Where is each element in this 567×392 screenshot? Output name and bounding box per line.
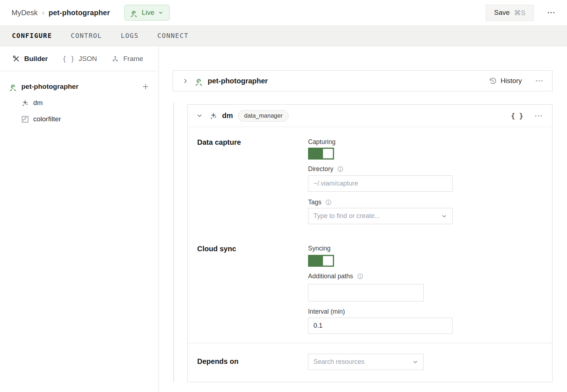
machine-live-icon xyxy=(130,9,138,17)
tab-control[interactable]: CONTROL xyxy=(71,30,102,41)
interval-label: Interval (min) xyxy=(308,308,345,315)
breadcrumb: MyDesk › pet-photographer xyxy=(12,9,110,17)
section-content: Syncing Additional paths Interval (min) xyxy=(308,245,453,334)
machine-card-menu-button[interactable] xyxy=(533,75,545,87)
mode-json-label: JSON xyxy=(79,55,97,63)
chevron-right-icon xyxy=(182,78,189,84)
main-tab-bar: CONFIGURE CONTROL LOGS CONNECT xyxy=(0,25,567,46)
topbar-overflow-menu-button[interactable] xyxy=(545,6,558,19)
directory-info-icon[interactable] xyxy=(337,166,344,173)
history-button-label: History xyxy=(501,77,522,85)
tree-item-dm-label: dm xyxy=(33,99,43,107)
curly-braces-icon: { } xyxy=(62,55,74,63)
chevron-down-icon xyxy=(441,213,447,219)
resource-card-dm: dm data_manager { } Data capture Capturi… xyxy=(187,104,553,382)
history-clock-icon xyxy=(489,77,497,85)
section-content: Capturing Directory Tags xyxy=(308,138,453,224)
tree-item-machine[interactable]: pet-photographer xyxy=(0,80,159,93)
section-label-depends-on: Depends on xyxy=(197,354,308,370)
tab-connect[interactable]: CONNECT xyxy=(157,30,189,41)
section-content: Search resources xyxy=(308,354,424,370)
syncing-label: Syncing xyxy=(308,245,330,252)
section-cloud-sync: Cloud sync Syncing Additional paths xyxy=(188,224,552,334)
transform-steps-icon xyxy=(21,115,29,123)
capturing-toggle[interactable] xyxy=(308,148,334,160)
section-label-data-capture: Data capture xyxy=(197,138,308,224)
save-button[interactable]: Save ⌘S xyxy=(486,5,534,21)
tree-item-machine-label: pet-photographer xyxy=(21,83,78,91)
viam-config-page: MyDesk › pet-photographer Live Save ⌘S xyxy=(0,0,567,392)
ellipsis-icon xyxy=(534,112,543,120)
config-sidebar: Builder { } JSON Frame xyxy=(0,47,159,392)
frame-axes-icon xyxy=(111,55,119,63)
section-label-cloud-sync: Cloud sync xyxy=(197,245,308,334)
resource-name: dm xyxy=(222,112,233,120)
machine-status-dropdown[interactable]: Live xyxy=(124,5,170,21)
sparkles-icon xyxy=(21,99,29,107)
chevron-down-icon xyxy=(412,359,419,365)
interval-input[interactable] xyxy=(308,318,453,334)
tab-logs[interactable]: LOGS xyxy=(121,30,138,41)
view-json-button[interactable]: { } xyxy=(511,112,523,120)
card-connector-line xyxy=(173,103,174,382)
tags-label: Tags xyxy=(308,199,321,206)
add-resource-button[interactable] xyxy=(142,83,150,91)
config-mode-switcher: Builder { } JSON Frame xyxy=(0,47,159,71)
toggle-knob xyxy=(323,256,333,266)
save-shortcut-hint: ⌘S xyxy=(514,9,525,17)
chevron-down-icon xyxy=(196,113,203,119)
builder-tools-icon xyxy=(12,55,20,63)
ellipsis-icon xyxy=(535,77,544,85)
resource-card-header: dm data_manager { } xyxy=(188,105,552,127)
resource-menu-button[interactable] xyxy=(533,110,544,122)
toggle-knob xyxy=(323,149,333,158)
syncing-toggle[interactable] xyxy=(308,255,334,267)
machine-part-card: pet-photographer History xyxy=(173,70,553,91)
mode-builder-label: Builder xyxy=(24,55,48,63)
tab-configure[interactable]: CONFIGURE xyxy=(12,30,52,41)
resource-tree: pet-photographer dm xyxy=(0,71,159,125)
directory-input[interactable] xyxy=(308,175,453,192)
machine-live-icon xyxy=(194,77,203,86)
directory-label: Directory xyxy=(308,165,333,173)
additional-paths-info-icon[interactable] xyxy=(357,273,364,280)
plus-icon xyxy=(142,83,150,91)
tree-item-colorfilter[interactable]: colorfilter xyxy=(0,113,159,125)
mode-frame[interactable]: Frame xyxy=(111,55,143,63)
ellipsis-icon xyxy=(547,8,555,17)
tree-item-colorfilter-label: colorfilter xyxy=(33,115,61,123)
additional-paths-label: Additional paths xyxy=(308,273,353,280)
depends-on-combobox[interactable]: Search resources xyxy=(308,354,424,370)
machine-live-icon xyxy=(9,82,17,91)
mode-frame-label: Frame xyxy=(123,55,143,63)
mode-builder[interactable]: Builder xyxy=(12,55,48,63)
collapse-resource-button[interactable] xyxy=(196,113,203,119)
depends-on-placeholder: Search resources xyxy=(313,358,364,366)
status-badge: Live xyxy=(142,9,154,17)
resource-model-badge: data_manager xyxy=(238,110,289,122)
mode-json[interactable]: { } JSON xyxy=(62,55,97,63)
expand-machine-card-button[interactable] xyxy=(182,78,189,84)
tags-placeholder: Type to find or create... xyxy=(313,212,380,220)
curly-braces-icon: { } xyxy=(511,112,523,120)
sparkles-icon xyxy=(209,112,218,120)
breadcrumb-separator-icon: › xyxy=(42,9,44,17)
machine-card-title: pet-photographer xyxy=(208,77,268,85)
save-button-label: Save xyxy=(494,9,510,17)
breadcrumb-org[interactable]: MyDesk xyxy=(12,9,38,17)
breadcrumb-machine: pet-photographer xyxy=(49,9,110,17)
capturing-label: Capturing xyxy=(308,138,336,145)
additional-paths-input[interactable] xyxy=(308,284,424,301)
tree-item-dm[interactable]: dm xyxy=(0,97,159,109)
section-data-capture: Data capture Capturing Directory Ta xyxy=(188,127,552,224)
tags-combobox[interactable]: Type to find or create... xyxy=(308,208,453,224)
chevron-down-icon xyxy=(158,10,164,16)
tags-info-icon[interactable] xyxy=(325,199,332,206)
history-button[interactable]: History xyxy=(489,77,522,85)
section-depends-on: Depends on Search resources xyxy=(188,343,552,370)
top-bar: MyDesk › pet-photographer Live Save ⌘S xyxy=(0,0,567,25)
